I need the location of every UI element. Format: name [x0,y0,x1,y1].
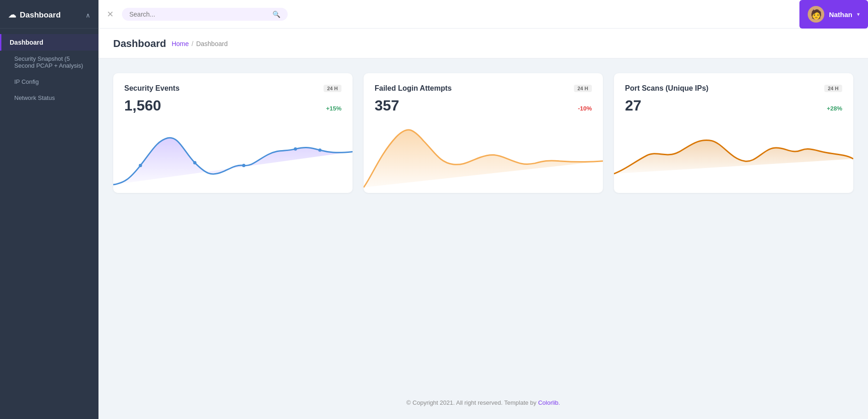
port-scans-badge: 24 H [824,85,842,92]
sidebar-nav: Dashboard Security Snapshot (5 Second PC… [0,29,98,419]
failed-login-title: Failed Login Attempts [375,84,451,93]
sidebar-item-ip-config-label: IP Config [14,78,39,85]
port-scans-title: Port Scans (Unique IPs) [625,84,708,93]
sidebar-item-network-status-label: Network Status [14,94,55,101]
cloud-icon: ☁ [8,10,16,20]
content-area: Dashboard Home / Dashboard Security Even… [98,29,868,419]
security-events-card-header: Security Events 24 H [124,84,341,93]
search-icon: 🔍 [272,11,280,18]
svg-point-3 [294,147,297,151]
avatar: 🧑 [808,6,824,23]
breadcrumb-home-link[interactable]: Home [172,40,189,47]
sidebar-toggle-icon[interactable]: ∧ [86,12,90,19]
port-scans-change: +28% [827,105,842,112]
breadcrumb-current: Dashboard [196,40,228,47]
sidebar-header: ☁ Dashboard ∧ [0,0,98,29]
user-badge[interactable]: 🧑 Nathan ▾ [799,0,868,29]
footer-link[interactable]: Colorlib. [538,399,560,406]
sidebar: ☁ Dashboard ∧ Dashboard Security Snapsho… [0,0,98,419]
sidebar-item-ip-config[interactable]: IP Config [0,74,98,90]
breadcrumb: Home / Dashboard [172,40,228,47]
port-scans-card-header: Port Scans (Unique IPs) 24 H [625,84,842,93]
page-title: Dashboard [113,38,166,50]
svg-point-1 [193,161,197,164]
sidebar-item-security-snapshot[interactable]: Security Snapshot (5 Second PCAP + Analy… [0,51,98,74]
failed-login-change: -10% [578,105,592,112]
topbar: ✕ 🔍 ⤢ 🧑 Nathan ▾ [98,0,868,29]
sidebar-title: ☁ Dashboard [8,10,61,20]
sidebar-item-security-snapshot-label: Security Snapshot (5 Second PCAP + Analy… [14,55,90,69]
sidebar-item-dashboard[interactable]: Dashboard [0,34,98,51]
failed-login-value-row: 357 -10% [375,97,592,114]
sidebar-title-text: Dashboard [20,11,61,20]
failed-login-chart [364,122,603,193]
failed-login-card-header: Failed Login Attempts 24 H [375,84,592,93]
failed-login-card: Failed Login Attempts 24 H 357 -10% [364,73,603,193]
security-events-value: 1,560 [124,97,161,114]
security-events-change: +15% [326,105,341,112]
security-events-value-row: 1,560 +15% [124,97,341,114]
footer-text: © Copyright 2021. All right reserved. Te… [406,399,538,406]
security-events-badge: 24 H [324,85,341,92]
page-header: Dashboard Home / Dashboard [98,29,868,58]
chevron-down-icon: ▾ [857,11,860,17]
search-bar: 🔍 [122,8,288,21]
search-input[interactable] [129,11,269,18]
sidebar-item-dashboard-label: Dashboard [10,39,43,46]
svg-point-4 [318,148,322,151]
sidebar-item-network-status[interactable]: Network Status [0,90,98,106]
failed-login-badge: 24 H [574,85,592,92]
port-scans-value: 27 [625,97,642,114]
port-scans-card: Port Scans (Unique IPs) 24 H 27 +28% [614,73,853,193]
svg-point-2 [242,164,245,167]
security-events-title: Security Events [124,84,179,93]
breadcrumb-separator: / [191,40,193,47]
security-events-chart [113,122,353,193]
cards-area: Security Events 24 H 1,560 +15% [98,58,868,193]
footer: © Copyright 2021. All right reserved. Te… [98,386,868,419]
security-events-card: Security Events 24 H 1,560 +15% [113,73,353,193]
svg-point-0 [139,164,142,167]
main-content: ✕ 🔍 ⤢ 🧑 Nathan ▾ Dashboard Home / Dashbo… [98,0,868,419]
user-name: Nathan [829,11,852,18]
close-icon[interactable]: ✕ [107,9,114,19]
port-scans-value-row: 27 +28% [625,97,842,114]
port-scans-chart [614,122,853,193]
failed-login-value: 357 [375,97,399,114]
